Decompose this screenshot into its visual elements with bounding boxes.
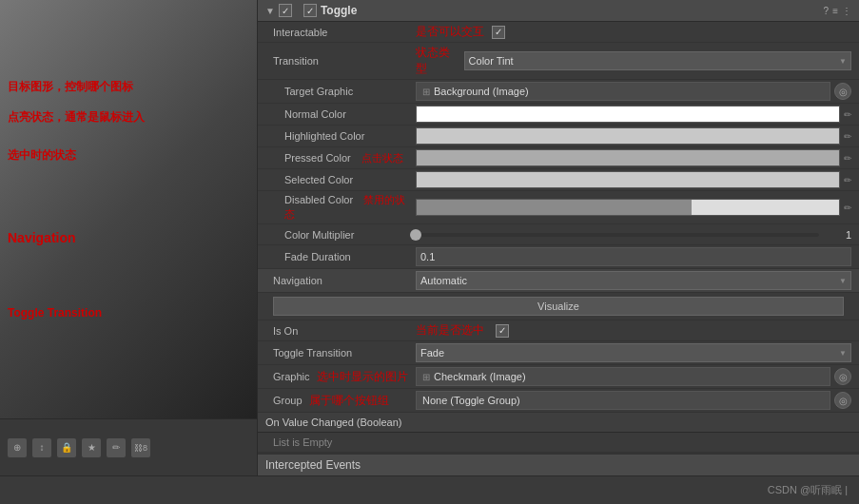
bottom-toolbar: ⊕ ↕ 🔒 ★ ✏ ⛓8 bbox=[0, 418, 257, 475]
inspector-panel: ▼ Toggle ? ≡ ⋮ Interactable 是否可以交互 Trans… bbox=[257, 0, 859, 475]
selected-color-row: Selected Color ✏ bbox=[258, 169, 859, 191]
interactable-row: Interactable 是否可以交互 bbox=[258, 22, 859, 43]
fade-duration-input[interactable] bbox=[416, 247, 851, 266]
color-multiplier-row: Color Multiplier 1 bbox=[258, 224, 859, 245]
toggle-transition-dropdown[interactable]: Fade ▼ bbox=[416, 343, 851, 362]
annotation-transition-cn: 状态类型 bbox=[416, 45, 457, 77]
footer-text: CSDN @听雨眠 | bbox=[768, 483, 848, 497]
annotation-group-cn: 属于哪个按钮组 bbox=[309, 394, 389, 407]
target-graphic-label: Target Graphic bbox=[273, 86, 416, 97]
color-multiplier-value: 1 bbox=[823, 229, 851, 241]
collapse-arrow[interactable]: ▼ bbox=[265, 6, 275, 16]
normal-color-row: Normal Color ✏ bbox=[258, 104, 859, 126]
annotation-navigation: Navigation bbox=[8, 230, 76, 245]
toggle-transition-label: Toggle Transition bbox=[273, 347, 416, 359]
visualize-button[interactable]: Visualize bbox=[273, 297, 844, 316]
transition-label: Transition bbox=[273, 55, 416, 67]
disabled-color-row: Disabled Color 禁用的状态 ✏ bbox=[258, 191, 859, 224]
color-multiplier-label: Color Multiplier bbox=[273, 229, 416, 241]
is-on-label: Is On bbox=[273, 325, 416, 337]
annotation-normal-color: 点亮状态，通常是鼠标进入 bbox=[8, 109, 145, 126]
target-graphic-picker[interactable]: ◎ bbox=[834, 83, 851, 100]
group-field[interactable]: None (Toggle Group) bbox=[416, 391, 830, 410]
navigation-label: Navigation bbox=[273, 275, 416, 286]
pressed-color-label: Pressed Color 点击状态 bbox=[273, 151, 416, 165]
graphic-label: Graphic 选中时显示的图片 bbox=[273, 369, 416, 385]
annotation-graphic-cn: 选中时显示的图片 bbox=[317, 370, 408, 383]
normal-color-edit-icon[interactable]: ✏ bbox=[844, 109, 851, 120]
highlighted-color-swatch[interactable] bbox=[416, 127, 840, 145]
transition-row: Transition 状态类型 Color Tint ▼ bbox=[258, 43, 859, 80]
disabled-color-swatch[interactable] bbox=[416, 199, 840, 216]
help-icon[interactable]: ? bbox=[824, 6, 830, 16]
star-icon[interactable]: ★ bbox=[82, 438, 101, 457]
navigation-row: Navigation Automatic ▼ bbox=[258, 269, 859, 293]
settings-icon[interactable]: ≡ bbox=[832, 6, 838, 16]
target-graphic-field[interactable]: ⊞ Background (Image) bbox=[416, 82, 830, 101]
is-on-row: Is On 当前是否选中 bbox=[258, 320, 859, 341]
section-title: Toggle bbox=[321, 4, 820, 17]
graphic-row: Graphic 选中时显示的图片 ⊞ Checkmark (Image) ◎ bbox=[258, 365, 859, 389]
disabled-color-label: Disabled Color 禁用的状态 bbox=[273, 193, 416, 222]
normal-color-label: Normal Color bbox=[273, 108, 416, 120]
selected-color-edit-icon[interactable]: ✏ bbox=[844, 175, 851, 185]
group-picker[interactable]: ◎ bbox=[834, 392, 851, 409]
graphic-field[interactable]: ⊞ Checkmark (Image) bbox=[416, 367, 830, 386]
slider-thumb[interactable] bbox=[410, 229, 421, 241]
annotation-toggle-transition: Toggle Transition bbox=[8, 306, 102, 320]
preview-area: 目标图形，控制哪个图标 点亮状态，通常是鼠标进入 选中时的状态 bbox=[0, 0, 257, 418]
highlighted-color-label: Highlighted Color bbox=[273, 130, 416, 142]
intercepted-events-header: Intercepted Events bbox=[258, 453, 859, 475]
pressed-color-swatch[interactable] bbox=[416, 149, 840, 166]
graphic-image-icon: ⊞ bbox=[422, 372, 430, 382]
image-icon: ⊞ bbox=[422, 87, 430, 97]
highlighted-color-edit-icon[interactable]: ✏ bbox=[844, 131, 851, 142]
annotation-pressed: 选中时的状态 bbox=[8, 147, 76, 164]
toggle-active-checkbox[interactable] bbox=[303, 4, 317, 17]
annotation-is-on-cn: 当前是否选中 bbox=[416, 322, 484, 339]
interactable-checkbox[interactable] bbox=[492, 26, 505, 39]
group-label: Group 属于哪个按钮组 bbox=[273, 393, 416, 409]
pressed-color-row: Pressed Color 点击状态 ✏ bbox=[258, 147, 859, 169]
toggle-transition-chevron-icon: ▼ bbox=[839, 349, 847, 358]
graphic-picker[interactable]: ◎ bbox=[834, 368, 851, 385]
color-multiplier-track[interactable] bbox=[416, 233, 819, 237]
highlighted-color-row: Highlighted Color ✏ bbox=[258, 126, 859, 147]
preview-gradient bbox=[0, 0, 257, 418]
chain-icon[interactable]: ⛓8 bbox=[131, 438, 150, 457]
group-row: Group 属于哪个按钮组 None (Toggle Group) ◎ bbox=[258, 389, 859, 413]
annotation-interactable-cn: 是否可以交互 bbox=[416, 24, 484, 40]
footer-bar: CSDN @听雨眠 | bbox=[0, 475, 859, 504]
kebab-icon[interactable]: ⋮ bbox=[842, 6, 851, 16]
nav-chevron-down-icon: ▼ bbox=[839, 277, 847, 285]
add-icon[interactable]: ⊕ bbox=[8, 438, 27, 457]
is-on-checkbox[interactable] bbox=[496, 324, 509, 338]
fade-duration-label: Fade Duration bbox=[273, 251, 416, 262]
selected-color-label: Selected Color bbox=[273, 174, 416, 185]
annotation-target-graphic: 目标图形，控制哪个图标 bbox=[8, 79, 133, 95]
brush-icon[interactable]: ✏ bbox=[107, 438, 126, 457]
toggle-section-header: ▼ Toggle ? ≡ ⋮ bbox=[258, 0, 859, 22]
color-multiplier-slider-container bbox=[416, 233, 819, 237]
fade-duration-row: Fade Duration bbox=[258, 245, 859, 269]
list-empty-row: List is Empty bbox=[258, 433, 859, 453]
lock-icon[interactable]: 🔒 bbox=[57, 438, 76, 457]
pressed-color-edit-icon[interactable]: ✏ bbox=[844, 153, 851, 164]
move-icon[interactable]: ↕ bbox=[32, 438, 51, 457]
interactable-label: Interactable bbox=[273, 27, 416, 38]
normal-color-swatch[interactable] bbox=[416, 106, 840, 123]
selected-color-swatch[interactable] bbox=[416, 171, 840, 188]
toggle-transition-row: Toggle Transition Fade ▼ bbox=[258, 341, 859, 365]
toggle-enabled-checkbox[interactable] bbox=[279, 4, 292, 17]
visualize-row: Visualize bbox=[258, 293, 859, 320]
navigation-dropdown[interactable]: Automatic ▼ bbox=[416, 271, 851, 290]
chevron-down-icon: ▼ bbox=[839, 57, 847, 66]
disabled-color-edit-icon[interactable]: ✏ bbox=[844, 203, 851, 213]
transition-dropdown[interactable]: Color Tint ▼ bbox=[464, 51, 851, 70]
annotation-pressed-label: 点击状态 bbox=[361, 152, 403, 164]
on-value-changed-header: On Value Changed (Boolean) bbox=[258, 413, 859, 433]
target-graphic-row: Target Graphic ⊞ Background (Image) ◎ bbox=[258, 80, 859, 104]
